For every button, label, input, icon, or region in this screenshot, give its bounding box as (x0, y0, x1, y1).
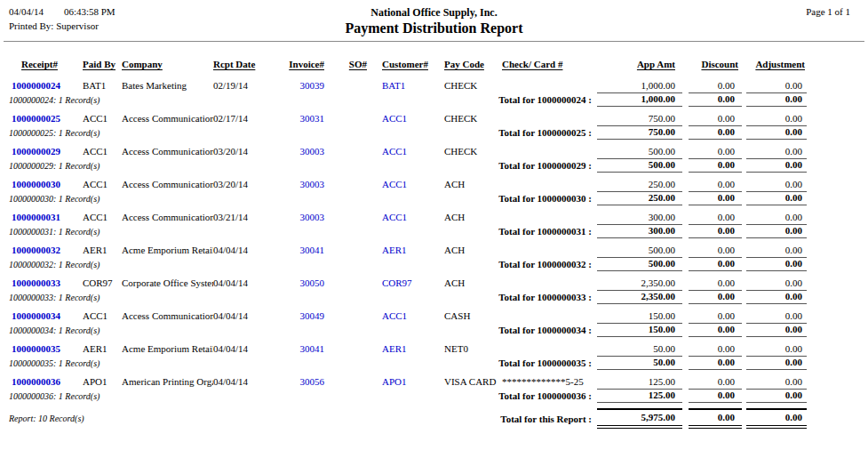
receipt-date: 04/04/14 (213, 309, 265, 323)
receipt-detail-row: 1000000032 AER1 Acme Emporium Retail 04/… (9, 244, 868, 257)
group-total-applied: 125.00 (597, 389, 682, 403)
receipt-number-link[interactable]: 1000000033 (9, 277, 83, 290)
group-total-adjustment: 0.00 (746, 92, 807, 107)
discount-amount: 0.00 (689, 79, 742, 92)
receipt-number-link[interactable]: 1000000034 (9, 309, 83, 323)
applied-amount: 750.00 (597, 112, 682, 125)
invoice-number-link[interactable]: 30041 (265, 342, 327, 356)
company-name-cell: Acme Emporium Retail (122, 342, 213, 356)
receipt-total-row: 1000000031: 1 Record(s) Total for 100000… (9, 224, 868, 238)
receipt-date: 03/20/14 (213, 145, 265, 158)
group-total-adjustment: 0.00 (746, 290, 807, 304)
customer-number-link[interactable]: COR97 (369, 277, 444, 290)
report-table: Receipt# Paid By Company Rcpt Date Invoi… (0, 58, 868, 428)
pay-code: ACH (444, 244, 502, 257)
receipt-number-link[interactable]: 1000000031 (9, 211, 83, 224)
invoice-number-link[interactable]: 30031 (265, 112, 327, 125)
customer-number-link[interactable]: ACC1 (369, 178, 444, 191)
pay-code: CHECK (444, 145, 502, 158)
adjustment-amount: 0.00 (746, 79, 807, 92)
discount-amount: 0.00 (689, 309, 742, 323)
receipt-group: 1000000034 ACC1 Access Communications 04… (9, 309, 868, 337)
customer-number-link[interactable]: AER1 (369, 342, 444, 356)
applied-amount: 125.00 (597, 375, 682, 389)
receipt-total-row: 1000000032: 1 Record(s) Total for 100000… (9, 257, 868, 271)
group-total-label: Total for 1000000036 : (213, 390, 597, 402)
column-header-adjustment: Adjustment (746, 58, 807, 70)
receipt-date: 04/04/14 (213, 375, 265, 389)
discount-amount: 0.00 (689, 277, 742, 290)
customer-number-link[interactable]: ACC1 (369, 211, 444, 224)
group-total-label: Total for 1000000031 : (213, 226, 597, 237)
column-header-so: SO# (327, 58, 369, 70)
receipt-number-link[interactable]: 1000000036 (9, 375, 83, 389)
discount-amount: 0.00 (689, 145, 742, 158)
applied-amount: 50.00 (597, 342, 682, 356)
report-record-count: Report: 10 Record(s) (9, 412, 213, 426)
receipt-group: 1000000025 ACC1 Access Communications 02… (9, 112, 868, 140)
group-total-label: Total for 1000000033 : (213, 292, 597, 303)
applied-amount: 500.00 (597, 244, 682, 257)
customer-number-link[interactable]: ACC1 (369, 145, 444, 158)
group-total-applied: 150.00 (597, 323, 682, 337)
applied-amount: 150.00 (597, 309, 682, 323)
receipt-date: 03/20/14 (213, 178, 265, 191)
pay-code: CASH (444, 309, 502, 323)
group-total-adjustment: 0.00 (746, 257, 807, 271)
invoice-number-link[interactable]: 30049 (265, 309, 327, 323)
customer-number-link[interactable]: AER1 (369, 244, 444, 257)
invoice-number-link[interactable]: 30056 (265, 375, 327, 389)
adjustment-amount: 0.00 (746, 112, 807, 125)
customer-number-link[interactable]: BAT1 (369, 79, 444, 92)
customer-number-link[interactable]: ACC1 (369, 309, 444, 323)
adjustment-amount: 0.00 (746, 244, 807, 257)
invoice-number-link[interactable]: 30003 (265, 178, 327, 191)
invoice-number-link[interactable]: 30003 (265, 145, 327, 158)
discount-amount: 0.00 (689, 342, 742, 356)
receipt-number-link[interactable]: 1000000030 (9, 178, 83, 191)
group-total-applied: 1,000.00 (597, 92, 682, 107)
column-header-invoice: Invoice# (265, 58, 327, 70)
paid-by-code: ACC1 (83, 309, 122, 323)
receipt-total-row: 1000000034: 1 Record(s) Total for 100000… (9, 323, 868, 337)
customer-number-link[interactable]: ACC1 (369, 112, 444, 125)
invoice-number-link[interactable]: 30041 (265, 244, 327, 257)
group-total-applied: 2,350.00 (597, 290, 682, 304)
invoice-number-link[interactable]: 30050 (265, 277, 327, 290)
adjustment-amount: 0.00 (746, 145, 807, 158)
report-header: 04/04/14 06:43:58 PM Printed By: Supervi… (4, 5, 864, 42)
invoice-number-link[interactable]: 30003 (265, 211, 327, 224)
receipt-number-link[interactable]: 1000000029 (9, 145, 83, 158)
receipt-total-row: 1000000024: 1 Record(s) Total for 100000… (9, 92, 868, 107)
receipt-group: 1000000035 AER1 Acme Emporium Retail 04/… (9, 342, 868, 370)
group-total-discount: 0.00 (689, 257, 742, 271)
discount-amount: 0.00 (689, 211, 742, 224)
group-total-label: Total for 1000000035 : (213, 358, 597, 369)
pay-code: NET0 (444, 342, 502, 356)
group-total-adjustment: 0.00 (746, 125, 807, 140)
receipt-number-link[interactable]: 1000000035 (9, 342, 83, 356)
group-total-adjustment: 0.00 (746, 191, 807, 205)
discount-amount: 0.00 (689, 244, 742, 257)
group-total-applied: 250.00 (597, 191, 682, 205)
discount-amount: 0.00 (689, 375, 742, 389)
group-total-discount: 0.00 (689, 125, 742, 140)
applied-amount: 1,000.00 (597, 79, 682, 92)
receipt-number-link[interactable]: 1000000025 (9, 112, 83, 125)
group-total-discount: 0.00 (689, 323, 742, 337)
group-record-count: 1000000036: 1 Record(s) (9, 390, 213, 402)
invoice-number-link[interactable]: 30039 (265, 79, 327, 92)
check-card-number: *************5-25 (502, 375, 597, 389)
customer-number-link[interactable]: APO1 (369, 375, 444, 389)
receipt-number-link[interactable]: 1000000032 (9, 244, 83, 257)
receipt-detail-row: 1000000030 ACC1 Access Communications 03… (9, 178, 868, 191)
company-name-cell: Access Communications (122, 145, 213, 158)
report-total-discount: 0.00 (689, 408, 742, 429)
company-name-cell: American Printing Organization (122, 375, 213, 389)
company-name-cell: Access Communications (122, 309, 213, 323)
receipt-group: 1000000031 ACC1 Access Communications 03… (9, 211, 868, 238)
group-total-adjustment: 0.00 (746, 356, 807, 370)
column-header-pay-code: Pay Code (444, 58, 502, 70)
column-header-app-amt: App Amt (597, 58, 682, 70)
receipt-number-link[interactable]: 1000000024 (9, 79, 83, 92)
